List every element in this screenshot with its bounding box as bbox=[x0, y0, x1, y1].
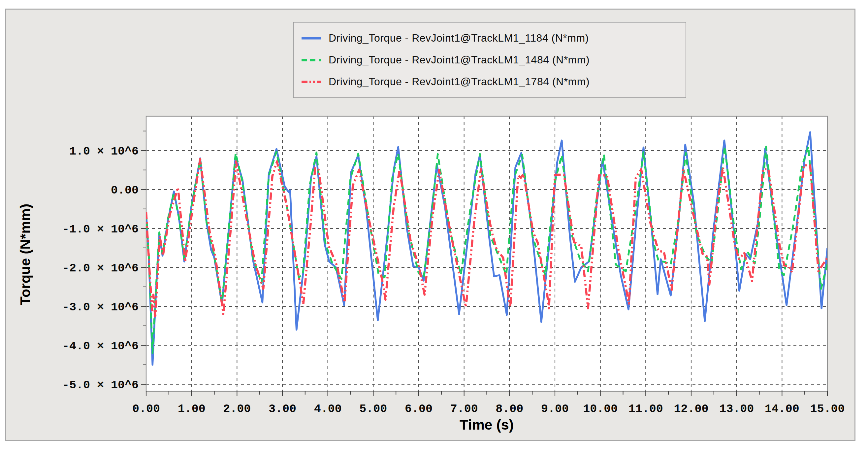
legend-label: Driving_Torque - RevJoint1@TrackLM1_1184… bbox=[329, 32, 589, 44]
x-tick-label: 15.00 bbox=[810, 402, 844, 416]
y-tick-label: -2.0 × 10^6 bbox=[62, 262, 138, 275]
x-tick-label: 4.00 bbox=[314, 402, 342, 416]
y-tick-label: 1.0 × 10^6 bbox=[69, 145, 138, 158]
legend-label: Driving_Torque - RevJoint1@TrackLM1_1784… bbox=[329, 76, 590, 88]
x-tick-label: 1.00 bbox=[178, 402, 206, 416]
series-1184-line-swatch-icon bbox=[301, 36, 321, 40]
series-1484-line-swatch-icon bbox=[301, 58, 321, 62]
x-tick-label: 12.00 bbox=[674, 402, 708, 416]
y-tick-label: -4.0 × 10^6 bbox=[62, 340, 138, 353]
legend-item: Driving_Torque - RevJoint1@TrackLM1_1484… bbox=[293, 54, 686, 66]
y-tick-label: -3.0 × 10^6 bbox=[62, 301, 138, 314]
y-axis-title: Torque (N*mm) bbox=[17, 122, 33, 387]
x-tick-label: 6.00 bbox=[405, 402, 433, 416]
x-tick-label: 5.00 bbox=[359, 402, 387, 416]
y-tick-label: -1.0 × 10^6 bbox=[62, 223, 138, 236]
x-tick-label: 14.00 bbox=[765, 402, 799, 416]
x-tick-label: 2.00 bbox=[223, 402, 251, 416]
x-tick-label: 9.00 bbox=[541, 402, 569, 416]
x-tick-label: 10.00 bbox=[583, 402, 618, 416]
x-tick-label: 11.00 bbox=[628, 402, 663, 416]
series-1784-line-swatch-icon bbox=[301, 80, 321, 84]
legend-label: Driving_Torque - RevJoint1@TrackLM1_1484… bbox=[329, 54, 590, 66]
y-tick-label: -5.0 × 10^6 bbox=[62, 379, 138, 392]
x-axis-title: Time (s) bbox=[432, 417, 541, 433]
x-tick-label: 0.00 bbox=[132, 402, 160, 416]
y-tick-label: 0.00 bbox=[111, 184, 138, 197]
x-tick-label: 7.00 bbox=[450, 402, 478, 416]
legend: Driving_Torque - RevJoint1@TrackLM1_1184… bbox=[293, 22, 686, 98]
x-tick-label: 8.00 bbox=[496, 402, 523, 416]
x-tick-label: 3.00 bbox=[269, 402, 296, 416]
chart-figure: 0.001.002.003.004.005.006.007.008.009.00… bbox=[0, 0, 868, 456]
legend-item: Driving_Torque - RevJoint1@TrackLM1_1184… bbox=[293, 32, 686, 44]
legend-item: Driving_Torque - RevJoint1@TrackLM1_1784… bbox=[293, 76, 686, 88]
x-tick-label: 13.00 bbox=[719, 402, 754, 416]
